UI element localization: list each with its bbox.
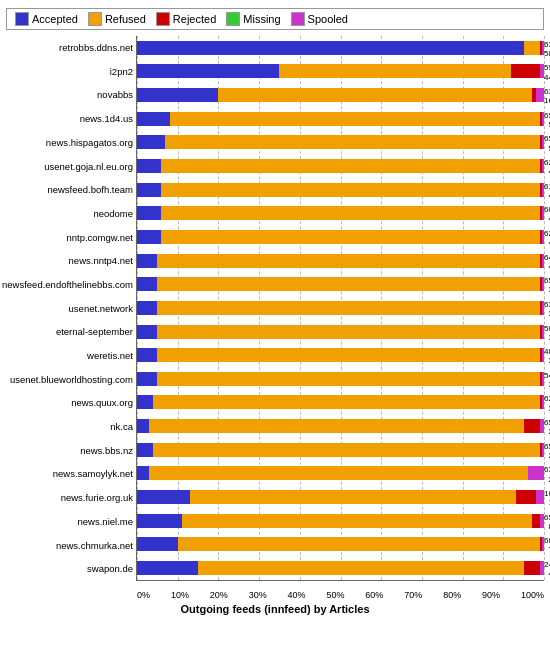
bar-segment-refused-21 <box>178 537 540 551</box>
bar-segment-accepted-3 <box>137 112 170 126</box>
y-label-18: news.samoylyk.net <box>6 469 133 479</box>
bar-row-12: 5083 317 <box>137 324 544 340</box>
bar-segment-refused-17 <box>153 443 540 457</box>
bar-row-13: 4873 312 <box>137 347 544 363</box>
y-label-4: news.hispagatos.org <box>6 138 133 148</box>
bar-segment-rejected-19 <box>516 490 536 504</box>
bar-values-9: 6462 411 <box>544 253 550 271</box>
legend-item-missing: Missing <box>226 12 280 26</box>
bar-values-22: 245 47 <box>544 560 550 578</box>
bar-row-20: 653 83 <box>137 513 544 529</box>
bar-values-13: 4873 312 <box>544 347 550 365</box>
legend-label-accepted: Accepted <box>32 13 78 25</box>
bar-row-0: 6343 5879 <box>137 40 544 56</box>
bar-segment-accepted-12 <box>137 325 157 339</box>
bar-values-4: 6552 504 <box>544 134 550 152</box>
bar-values-3: 6503 578 <box>544 111 550 129</box>
bar-segment-spooled-18 <box>528 466 544 480</box>
bar-row-7: 6072 420 <box>137 205 544 221</box>
y-label-8: nntp.comgw.net <box>6 233 133 243</box>
bar-row-8: 6256 416 <box>137 229 544 245</box>
y-label-21: news.chmurka.net <box>6 541 133 551</box>
bar-segment-accepted-15 <box>137 395 153 409</box>
chart-container: Accepted Refused Rejected Missing Spoole… <box>0 0 550 655</box>
y-label-5: usenet.goja.nl.eu.org <box>6 162 133 172</box>
x-label-9: 90% <box>482 590 500 600</box>
y-label-3: news.1d4.us <box>6 114 133 124</box>
bars-area: 6343 58795950 44726393 16376503 5786552 … <box>136 36 544 581</box>
bar-segment-refused-14 <box>157 372 540 386</box>
bar-segment-spooled-19 <box>536 490 544 504</box>
legend-color-accepted <box>15 12 29 26</box>
y-label-10: newsfeed.endofthelinebbs.com <box>6 280 133 290</box>
bar-segment-refused-16 <box>149 419 523 433</box>
bar-segment-accepted-16 <box>137 419 149 433</box>
x-label-5: 50% <box>326 590 344 600</box>
bar-segment-refused-12 <box>157 325 540 339</box>
x-axis: 0%10%20%30%40%50%60%70%80%90%100% <box>137 590 544 600</box>
bar-values-11: 6336 369 <box>544 300 550 318</box>
bar-values-0: 6343 5879 <box>544 40 550 58</box>
bar-row-3: 6503 578 <box>137 111 544 127</box>
legend-item-refused: Refused <box>88 12 146 26</box>
bar-segment-accepted-1 <box>137 64 279 78</box>
bar-segment-refused-11 <box>157 301 540 315</box>
x-label-8: 80% <box>443 590 461 600</box>
y-label-19: news.furie.org.uk <box>6 493 133 503</box>
legend-label-rejected: Rejected <box>173 13 216 25</box>
y-label-11: usenet.network <box>6 304 133 314</box>
bar-segment-accepted-0 <box>137 41 524 55</box>
y-labels: retrobbs.ddns.neti2pn2novabbsnews.1d4.us… <box>6 36 136 581</box>
bar-segment-refused-19 <box>190 490 516 504</box>
bar-row-10: 6585 386 <box>137 276 544 292</box>
bar-segment-accepted-21 <box>137 537 178 551</box>
bar-segment-accepted-11 <box>137 301 157 315</box>
bar-segment-refused-2 <box>218 88 531 102</box>
bar-values-8: 6256 416 <box>544 229 550 247</box>
bar-segment-refused-18 <box>149 466 528 480</box>
y-label-22: swapon.de <box>6 564 133 574</box>
y-label-13: weretis.net <box>6 351 133 361</box>
bar-segment-rejected-20 <box>532 514 540 528</box>
y-label-9: news.nntp4.net <box>6 256 133 266</box>
bar-values-21: 687 74 <box>544 536 550 554</box>
bar-segment-accepted-5 <box>137 159 161 173</box>
bar-segment-accepted-20 <box>137 514 182 528</box>
legend-label-refused: Refused <box>105 13 146 25</box>
bar-segment-refused-20 <box>182 514 532 528</box>
bar-row-4: 6552 504 <box>137 134 544 150</box>
bar-row-1: 5950 4472 <box>137 63 544 79</box>
bar-segment-refused-7 <box>161 206 540 220</box>
bar-row-2: 6393 1637 <box>137 87 544 103</box>
bar-segment-accepted-10 <box>137 277 157 291</box>
bar-row-9: 6462 411 <box>137 253 544 269</box>
legend-item-spooled: Spooled <box>291 12 348 26</box>
bar-segment-accepted-18 <box>137 466 149 480</box>
y-label-20: news.niel.me <box>6 517 133 527</box>
x-label-7: 70% <box>404 590 422 600</box>
bar-segment-refused-4 <box>165 135 539 149</box>
y-label-2: novabbs <box>6 90 133 100</box>
bar-row-6: 6162 431 <box>137 182 544 198</box>
bar-segment-accepted-13 <box>137 348 157 362</box>
bar-segment-accepted-14 <box>137 372 157 386</box>
bar-values-2: 6393 1637 <box>544 87 550 105</box>
bar-row-14: 5433 309 <box>137 371 544 387</box>
y-label-12: eternal-september <box>6 327 133 337</box>
bar-row-11: 6336 369 <box>137 300 544 316</box>
bar-segment-accepted-6 <box>137 183 161 197</box>
bar-segment-refused-15 <box>153 395 540 409</box>
bar-row-5: 6284 450 <box>137 158 544 174</box>
bar-values-12: 5083 317 <box>544 324 550 342</box>
bar-values-10: 6585 386 <box>544 276 550 294</box>
y-label-17: news.bbs.nz <box>6 446 133 456</box>
bar-row-17: 6593 287 <box>137 442 544 458</box>
legend: Accepted Refused Rejected Missing Spoole… <box>6 8 544 30</box>
legend-color-rejected <box>156 12 170 26</box>
bar-segment-refused-5 <box>161 159 540 173</box>
bar-segment-refused-9 <box>157 254 540 268</box>
bar-segment-refused-8 <box>161 230 540 244</box>
bar-row-21: 687 74 <box>137 536 544 552</box>
bar-segment-accepted-19 <box>137 490 190 504</box>
bar-row-16: 6589 292 <box>137 418 544 434</box>
